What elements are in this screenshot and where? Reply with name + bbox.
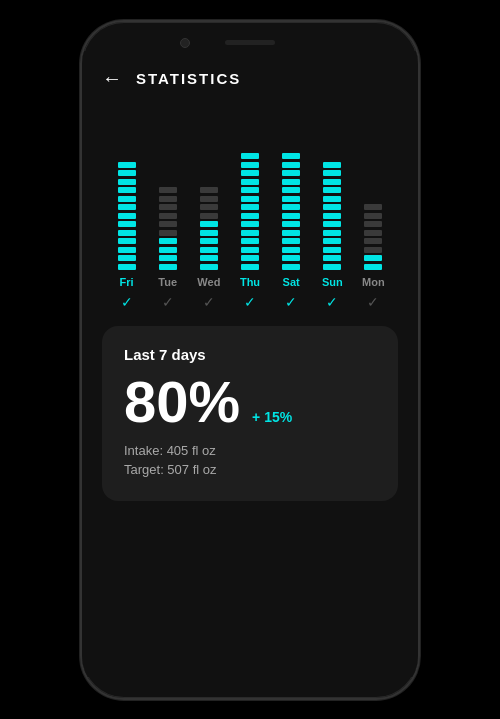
check-mon: ✓	[353, 294, 394, 310]
segment	[118, 230, 136, 236]
seg-bar-sat	[271, 153, 312, 270]
segment	[241, 264, 259, 270]
day-labels: FriTueWedThuSatSunMon	[102, 276, 398, 288]
segment	[200, 221, 218, 227]
segment	[118, 213, 136, 219]
segment	[118, 247, 136, 253]
day-label-fri: Fri	[106, 276, 147, 288]
segment	[159, 221, 177, 227]
segment	[323, 255, 341, 261]
segment	[118, 221, 136, 227]
segment	[241, 170, 259, 176]
segment	[159, 247, 177, 253]
segment	[159, 255, 177, 261]
back-button[interactable]: ←	[102, 67, 122, 90]
phone-shell: ← STATISTICS FriTueWedThuSatSunMon ✓✓✓✓✓…	[80, 20, 420, 700]
segment	[282, 170, 300, 176]
bar-column-sun	[312, 162, 353, 270]
segment	[118, 162, 136, 168]
segment	[364, 255, 382, 261]
seg-bar-wed	[188, 187, 229, 270]
segment	[282, 187, 300, 193]
segment	[241, 187, 259, 193]
seg-bar-tue	[147, 187, 188, 270]
segment	[282, 247, 300, 253]
segment	[241, 162, 259, 168]
segment	[323, 196, 341, 202]
segment	[282, 153, 300, 159]
check-fri: ✓	[106, 294, 147, 310]
segment	[323, 230, 341, 236]
percentage-value: 80%	[124, 373, 240, 431]
segment	[364, 204, 382, 210]
phone-top	[82, 22, 418, 51]
page-title: STATISTICS	[136, 70, 241, 87]
segment	[364, 221, 382, 227]
segment	[364, 230, 382, 236]
check-tue: ✓	[147, 294, 188, 310]
segment	[118, 264, 136, 270]
segment	[282, 264, 300, 270]
segment	[200, 204, 218, 210]
segment	[323, 213, 341, 219]
segment	[159, 230, 177, 236]
segment	[323, 204, 341, 210]
segment	[200, 238, 218, 244]
segment	[159, 213, 177, 219]
segment	[282, 204, 300, 210]
check-sun: ✓	[312, 294, 353, 310]
percentage-row: 80% + 15%	[124, 373, 376, 431]
segment	[241, 213, 259, 219]
segment	[200, 213, 218, 219]
intake-label: Intake: 405 fl oz	[124, 443, 376, 458]
segment	[323, 162, 341, 168]
bar-column-fri	[106, 162, 147, 270]
segment	[159, 187, 177, 193]
camera	[180, 38, 190, 48]
bar-column-wed	[188, 187, 229, 270]
target-label: Target: 507 fl oz	[124, 462, 376, 477]
chart-area	[102, 110, 398, 270]
segment	[118, 255, 136, 261]
segment	[118, 238, 136, 244]
day-label-mon: Mon	[353, 276, 394, 288]
segment	[323, 264, 341, 270]
segment	[323, 247, 341, 253]
bar-column-thu	[229, 153, 270, 270]
day-label-thu: Thu	[229, 276, 270, 288]
segment	[241, 179, 259, 185]
bar-column-sat	[271, 153, 312, 270]
segment	[282, 213, 300, 219]
segment	[159, 238, 177, 244]
segment	[159, 204, 177, 210]
seg-bar-thu	[229, 153, 270, 270]
segment	[241, 230, 259, 236]
segment	[200, 264, 218, 270]
segment	[159, 196, 177, 202]
day-label-wed: Wed	[188, 276, 229, 288]
segment	[282, 162, 300, 168]
screen: ← STATISTICS FriTueWedThuSatSunMon ✓✓✓✓✓…	[82, 51, 418, 677]
segment	[241, 247, 259, 253]
segment	[323, 187, 341, 193]
segment	[118, 179, 136, 185]
segment	[200, 247, 218, 253]
stats-card: Last 7 days 80% + 15% Intake: 405 fl oz …	[102, 326, 398, 501]
check-thu: ✓	[229, 294, 270, 310]
segment	[282, 221, 300, 227]
bar-column-tue	[147, 187, 188, 270]
check-row: ✓✓✓✓✓✓✓	[102, 292, 398, 310]
segment	[118, 170, 136, 176]
segment	[282, 179, 300, 185]
speaker	[225, 40, 275, 45]
seg-bar-fri	[106, 162, 147, 270]
check-wed: ✓	[188, 294, 229, 310]
segment	[118, 196, 136, 202]
header: ← STATISTICS	[102, 51, 398, 110]
segment	[200, 230, 218, 236]
day-label-sat: Sat	[271, 276, 312, 288]
segment	[323, 221, 341, 227]
segment	[200, 255, 218, 261]
seg-bar-sun	[312, 162, 353, 270]
segment	[159, 264, 177, 270]
